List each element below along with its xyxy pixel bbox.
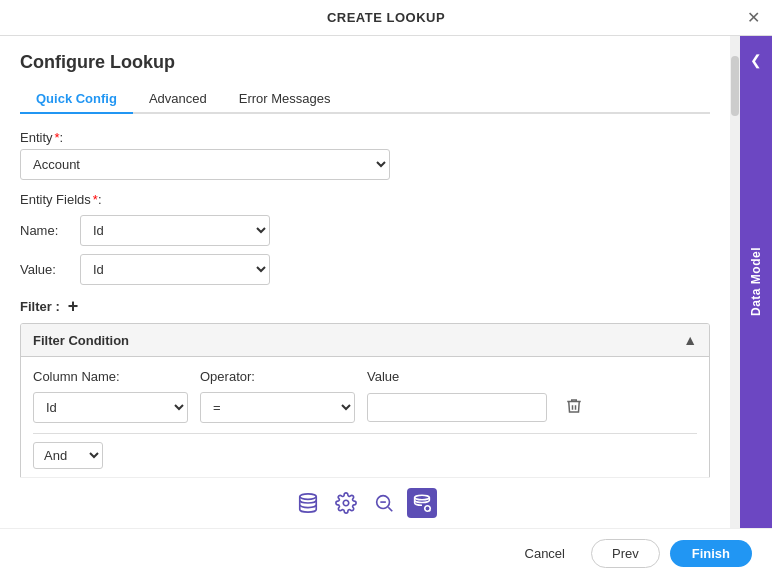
entity-label: Entity*: (20, 130, 710, 145)
filter-table: Filter Condition ▲ Column Name: Operator… (20, 323, 710, 477)
svg-line-3 (388, 507, 392, 511)
column-name-select[interactable]: Id Name (33, 392, 188, 423)
and-row: And Or (33, 442, 697, 469)
and-select[interactable]: And Or (33, 442, 103, 469)
filter-header: Filter : + (20, 297, 710, 315)
filter-table-body: Column Name: Operator: Value Id Name (21, 357, 709, 477)
value-select[interactable]: Id Name (80, 254, 270, 285)
zoom-out-icon-button[interactable] (369, 488, 399, 518)
active-icon-button[interactable] (407, 488, 437, 518)
filter-group: Filter : + Filter Condition ▲ Column Nam… (20, 297, 710, 477)
finish-button[interactable]: Finish (670, 540, 752, 567)
tab-quick-config[interactable]: Quick Config (20, 85, 133, 114)
tab-error-messages[interactable]: Error Messages (223, 85, 347, 114)
column-name-header: Column Name: (33, 369, 188, 384)
entity-select[interactable]: Account Contact Lead (20, 149, 390, 180)
filter-label: Filter : (20, 299, 60, 314)
sidebar-panel-label: Data Model (749, 247, 763, 316)
entity-fields-group: Entity Fields*: Name: Id Name Value: Id (20, 192, 710, 285)
database-icon-button[interactable] (293, 488, 323, 518)
dialog-footer: Cancel Prev Finish (0, 528, 772, 578)
value-label: Value: (20, 262, 80, 277)
value-field-row: Value: Id Name (20, 254, 710, 285)
close-button[interactable]: ✕ (747, 10, 760, 26)
sidebar-panel: ❮ Data Model (740, 36, 772, 528)
prev-button[interactable]: Prev (591, 539, 660, 568)
tabs-container: Quick Config Advanced Error Messages (20, 85, 710, 114)
dialog-titlebar: CREATE LOOKUP ✕ (0, 0, 772, 36)
entity-fields-label: Entity Fields*: (20, 192, 710, 207)
delete-filter-button[interactable] (559, 395, 589, 421)
dialog-title: CREATE LOOKUP (327, 10, 445, 25)
main-content: Configure Lookup Quick Config Advanced E… (0, 36, 730, 528)
svg-point-0 (300, 494, 317, 500)
name-select[interactable]: Id Name (80, 215, 270, 246)
operator-header: Operator: (200, 369, 355, 384)
name-field-row: Name: Id Name (20, 215, 710, 246)
configure-title: Configure Lookup (20, 52, 710, 73)
cancel-button[interactable]: Cancel (509, 540, 581, 567)
tab-advanced[interactable]: Advanced (133, 85, 223, 114)
svg-line-7 (429, 510, 430, 511)
sidebar-toggle-button[interactable]: ❮ (740, 46, 772, 74)
filter-row: Id Name = != > < (33, 392, 697, 423)
form-section: Entity*: Account Contact Lead Entity Fie… (20, 130, 710, 477)
scrollbar[interactable] (730, 36, 740, 528)
add-filter-button[interactable]: + (68, 297, 79, 315)
collapse-button[interactable]: ▲ (683, 332, 697, 348)
settings-icon-button[interactable] (331, 488, 361, 518)
toolbar-icons (20, 477, 710, 528)
svg-point-1 (343, 500, 349, 506)
svg-point-5 (415, 495, 430, 500)
create-lookup-dialog: CREATE LOOKUP ✕ Configure Lookup Quick C… (0, 0, 772, 578)
name-label: Name: (20, 223, 80, 238)
filter-col-headers: Column Name: Operator: Value (33, 369, 697, 384)
filter-divider (33, 433, 697, 434)
scrollbar-thumb (731, 56, 739, 116)
value-header: Value (367, 369, 697, 384)
filter-table-title: Filter Condition (33, 333, 129, 348)
filter-value-input[interactable] (367, 393, 547, 422)
filter-table-header: Filter Condition ▲ (21, 324, 709, 357)
dialog-body: Configure Lookup Quick Config Advanced E… (0, 36, 772, 528)
operator-select[interactable]: = != > < (200, 392, 355, 423)
entity-field-group: Entity*: Account Contact Lead (20, 130, 710, 180)
